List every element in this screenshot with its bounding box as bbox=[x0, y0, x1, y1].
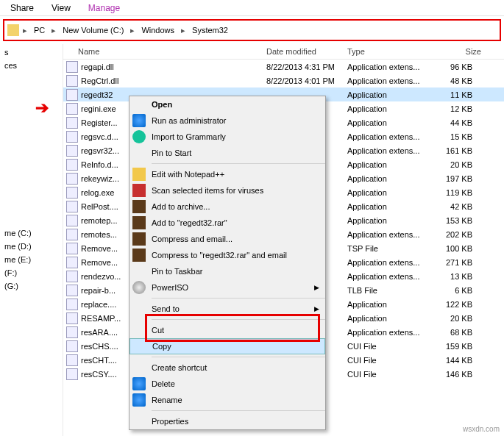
file-size: 159 KB bbox=[436, 342, 480, 351]
ctx-delete[interactable]: Delete bbox=[129, 376, 325, 392]
file-size: 42 KB bbox=[436, 202, 480, 211]
ctx-open[interactable]: Open bbox=[129, 96, 325, 112]
nav-drive[interactable]: (G:) bbox=[1, 279, 61, 293]
disc-icon bbox=[132, 281, 146, 294]
file-type: Application extens... bbox=[347, 146, 436, 155]
antivirus-icon bbox=[132, 184, 146, 197]
ctx-compress-email[interactable]: Compress and email... bbox=[129, 231, 325, 247]
file-type: CUI File bbox=[347, 356, 436, 365]
ctx-cut[interactable]: Cut bbox=[129, 322, 325, 338]
nav-drive[interactable]: me (E:) bbox=[1, 253, 61, 266]
chevron-right-icon[interactable]: ▸ bbox=[49, 26, 58, 35]
file-icon bbox=[66, 340, 78, 352]
file-icon bbox=[66, 243, 78, 254]
file-size: 146 KB bbox=[436, 370, 480, 379]
file-icon bbox=[66, 145, 78, 157]
breadcrumb[interactable]: ▸ PC ▸ New Volume (C:) ▸ Windows ▸ Syste… bbox=[3, 19, 501, 41]
file-type: Application bbox=[347, 202, 436, 211]
rar-icon bbox=[132, 200, 146, 213]
ctx-send-to[interactable]: Send to▶ bbox=[129, 301, 325, 317]
ctx-run-as-admin[interactable]: Run as administrator bbox=[129, 112, 325, 129]
chevron-right-icon[interactable]: ▸ bbox=[21, 26, 29, 35]
folder-icon bbox=[7, 24, 19, 36]
rar-icon bbox=[132, 232, 146, 246]
breadcrumb-system32[interactable]: System32 bbox=[189, 24, 231, 36]
file-size: 13 KB bbox=[436, 272, 480, 281]
file-type: Application extens... bbox=[347, 76, 436, 85]
col-date[interactable]: Date modified bbox=[266, 47, 347, 56]
nav-drive[interactable]: me (D:) bbox=[1, 240, 61, 253]
file-icon bbox=[66, 61, 78, 73]
file-icon bbox=[66, 117, 78, 129]
ctx-add-rar[interactable]: Add to "regedt32.rar" bbox=[129, 215, 325, 231]
chevron-right-icon[interactable]: ▸ bbox=[179, 26, 188, 35]
nav-item[interactable]: ces bbox=[1, 59, 61, 72]
breadcrumb-windows[interactable]: Windows bbox=[138, 24, 177, 36]
file-size: 161 KB bbox=[436, 146, 480, 155]
ctx-scan-virus[interactable]: Scan selected items for viruses bbox=[129, 182, 325, 199]
notepad-icon bbox=[132, 168, 146, 181]
tab-manage[interactable]: Manage bbox=[88, 3, 120, 13]
tab-view[interactable]: View bbox=[52, 3, 71, 13]
file-type: Application bbox=[347, 314, 436, 323]
ctx-compress-rar-email[interactable]: Compress to "regedt32.rar" and email bbox=[129, 247, 325, 263]
file-icon bbox=[66, 89, 78, 101]
ctx-grammarly[interactable]: Import to Grammarly bbox=[129, 129, 325, 145]
nav-drive[interactable]: me (C:) bbox=[1, 226, 61, 240]
file-size: 20 KB bbox=[436, 314, 480, 323]
file-icon bbox=[66, 229, 78, 240]
breadcrumb-pc[interactable]: PC bbox=[31, 24, 48, 36]
file-size: 202 KB bbox=[436, 230, 480, 239]
context-menu: Open Run as administrator Import to Gram… bbox=[129, 96, 326, 430]
ctx-add-archive[interactable]: Add to archive... bbox=[129, 199, 325, 215]
shield-icon bbox=[132, 393, 146, 407]
file-icon bbox=[66, 368, 78, 380]
file-icon bbox=[66, 75, 78, 87]
nav-item[interactable]: s bbox=[1, 46, 61, 59]
nav-pane[interactable]: s ces me (C:) me (D:) me (E:) (F:) (G:) bbox=[0, 44, 63, 436]
file-size: 11 KB bbox=[436, 90, 480, 99]
ctx-pin-taskbar[interactable]: Pin to Taskbar bbox=[129, 263, 325, 279]
file-name: regapi.dll bbox=[81, 62, 266, 71]
file-icon bbox=[66, 354, 78, 366]
col-size[interactable]: Size bbox=[437, 47, 481, 56]
file-type: Application bbox=[347, 90, 436, 99]
file-icon bbox=[66, 103, 78, 115]
nav-drive[interactable]: (F:) bbox=[1, 266, 61, 279]
file-size: 271 KB bbox=[436, 258, 480, 267]
file-type: Application bbox=[347, 188, 436, 197]
ctx-notepad[interactable]: Edit with Notepad++ bbox=[129, 166, 325, 182]
table-row[interactable]: RegCtrl.dll8/22/2013 4:01 PMApplication … bbox=[63, 74, 504, 87]
file-type: Application extens... bbox=[347, 328, 436, 337]
ctx-create-shortcut[interactable]: Create shortcut bbox=[129, 360, 325, 376]
ctx-rename[interactable]: Rename bbox=[129, 392, 325, 408]
source-watermark: wsxdn.com bbox=[463, 425, 500, 433]
file-size: 100 KB bbox=[436, 244, 480, 253]
file-date: 8/22/2013 4:31 PM bbox=[266, 62, 347, 71]
file-icon bbox=[66, 187, 78, 199]
file-date: 8/22/2013 4:01 PM bbox=[266, 76, 347, 85]
ctx-pin-start[interactable]: Pin to Start bbox=[129, 145, 325, 161]
ctx-copy[interactable]: Copy bbox=[129, 338, 325, 354]
file-icon bbox=[66, 173, 78, 185]
ctx-properties[interactable]: Properties bbox=[129, 413, 325, 429]
breadcrumb-volume[interactable]: New Volume (C:) bbox=[60, 24, 127, 36]
ribbon-tabs: Share View Manage bbox=[0, 0, 504, 16]
chevron-right-icon[interactable]: ▸ bbox=[128, 26, 137, 35]
file-type: Application bbox=[347, 300, 436, 309]
tab-share[interactable]: Share bbox=[10, 3, 34, 13]
file-name: RegCtrl.dll bbox=[81, 76, 266, 85]
table-row[interactable]: regapi.dll8/22/2013 4:31 PMApplication e… bbox=[63, 60, 504, 74]
chevron-right-icon: ▶ bbox=[314, 305, 325, 312]
shield-icon bbox=[132, 114, 146, 127]
file-size: 153 KB bbox=[436, 216, 480, 225]
col-type[interactable]: Type bbox=[347, 47, 437, 56]
col-name[interactable]: Name bbox=[78, 47, 266, 56]
file-type: TSP File bbox=[347, 244, 436, 253]
file-icon bbox=[66, 271, 78, 282]
file-type: Application bbox=[347, 216, 436, 225]
file-size: 6 KB bbox=[436, 286, 480, 295]
rar-icon bbox=[132, 216, 146, 229]
file-icon bbox=[66, 312, 78, 324]
ctx-poweriso[interactable]: PowerISO▶ bbox=[129, 279, 325, 296]
